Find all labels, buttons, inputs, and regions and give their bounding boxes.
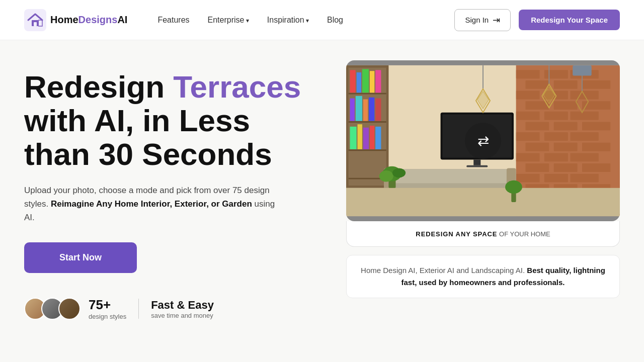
svg-rect-67 (370, 126, 374, 149)
quality-strip: Home Design AI, Exterior AI and Landscap… (346, 255, 620, 298)
stat-label: design styles (89, 313, 126, 320)
navbar: HomeDesignsAI Features Enterprise Inspir… (0, 0, 644, 40)
svg-rect-29 (582, 143, 610, 151)
stat-fast-name: Fast & Easy (151, 299, 214, 312)
svg-rect-61 (363, 99, 368, 121)
svg-rect-6 (516, 70, 540, 78)
svg-rect-21 (525, 122, 549, 130)
svg-rect-28 (554, 143, 578, 151)
svg-point-83 (505, 180, 522, 194)
hero-right: ⇄ REDESIGN ANY SPACE OF YOUR HOME Home D… (346, 60, 620, 298)
shuffle-icon: ⇄ (477, 133, 489, 149)
start-now-button[interactable]: Start Now (24, 242, 137, 273)
svg-rect-71 (473, 160, 480, 165)
svg-rect-38 (571, 174, 599, 183)
hero-left: Redesign Terraces with AI, in Lessthan 3… (24, 60, 316, 320)
hero-desc-bold: Reimagine Any Home Interior, Exterior, o… (51, 199, 252, 209)
nav-link-inspiration[interactable]: Inspiration (267, 16, 309, 24)
svg-rect-68 (375, 127, 381, 149)
svg-rect-35 (582, 163, 610, 172)
nav-link-features[interactable]: Features (157, 16, 189, 24)
quality-plain: Home Design AI, Exterior AI and Landscap… (361, 266, 527, 275)
signin-label: Sign In (465, 16, 489, 24)
svg-rect-2 (34, 22, 37, 26)
svg-rect-62 (369, 98, 374, 121)
nav-links: Features Enterprise Inspiration Blog (157, 16, 343, 25)
svg-rect-58 (375, 70, 381, 93)
svg-rect-92 (573, 65, 592, 76)
hero-section: Redesign Terraces with AI, in Lessthan 3… (0, 40, 644, 330)
svg-rect-54 (350, 70, 356, 93)
nav-item-features[interactable]: Features (157, 16, 189, 25)
nav-item-blog[interactable]: Blog (327, 16, 343, 25)
logo[interactable]: HomeDesignsAI (24, 9, 127, 31)
svg-rect-30 (516, 153, 540, 161)
hero-title-rest: with AI, in Lessthan 30 Seconds (24, 103, 272, 171)
svg-rect-22 (554, 122, 578, 130)
signin-button[interactable]: Sign In ⇥ (454, 9, 511, 31)
svg-rect-33 (525, 163, 549, 172)
logo-text: HomeDesignsAI (50, 14, 127, 26)
svg-rect-64 (350, 127, 357, 149)
svg-rect-7 (544, 70, 568, 78)
stat-number: 75+ (89, 297, 126, 313)
cta-button[interactable]: Redesign Your Space (519, 10, 620, 30)
hero-title-highlight: Terraces (173, 69, 301, 104)
hero-title-plain: Redesign (24, 69, 173, 104)
svg-rect-26 (571, 132, 599, 141)
room-caption: REDESIGN ANY SPACE OF YOUR HOME (346, 221, 620, 247)
svg-rect-18 (516, 112, 540, 120)
svg-rect-55 (357, 72, 361, 93)
svg-rect-36 (516, 174, 540, 183)
svg-rect-27 (525, 143, 549, 151)
svg-point-81 (392, 168, 406, 177)
svg-rect-11 (582, 80, 610, 89)
svg-rect-31 (544, 153, 568, 161)
svg-rect-63 (375, 99, 381, 121)
svg-rect-66 (363, 128, 369, 149)
svg-rect-9 (525, 80, 549, 89)
svg-rect-34 (554, 163, 578, 172)
svg-rect-59 (350, 99, 355, 121)
stat-fast-easy: Fast & Easy save time and money (151, 299, 214, 319)
user-avatars (24, 298, 80, 320)
hero-description: Upload your photo, choose a mode and pic… (24, 184, 276, 225)
svg-rect-57 (370, 71, 374, 93)
logo-icon (24, 9, 46, 31)
shuffle-button[interactable]: ⇄ (465, 123, 501, 159)
svg-rect-24 (516, 132, 540, 141)
svg-rect-19 (544, 112, 568, 120)
svg-rect-16 (554, 101, 578, 110)
nav-link-blog[interactable]: Blog (327, 16, 343, 24)
stat-divider (138, 299, 139, 319)
svg-rect-56 (362, 69, 369, 93)
room-caption-bold: REDESIGN ANY SPACE (416, 230, 497, 238)
svg-rect-77 (346, 188, 620, 216)
signin-icon: ⇥ (493, 15, 500, 26)
room-image: ⇄ (346, 60, 620, 221)
svg-rect-10 (554, 80, 578, 89)
nav-link-enterprise[interactable]: Enterprise (208, 16, 249, 24)
svg-rect-12 (516, 91, 540, 100)
stat-design-styles: 75+ design styles (89, 297, 126, 320)
svg-rect-25 (544, 132, 568, 141)
avatar-3 (58, 298, 80, 320)
svg-rect-20 (571, 112, 599, 120)
svg-rect-60 (356, 96, 362, 121)
svg-rect-65 (358, 124, 362, 149)
nav-item-inspiration[interactable]: Inspiration (267, 16, 309, 25)
stats-row: 75+ design styles Fast & Easy save time … (24, 297, 316, 320)
stat-fast-sub: save time and money (151, 312, 214, 319)
svg-rect-37 (544, 174, 568, 183)
nav-item-enterprise[interactable]: Enterprise (208, 16, 249, 25)
svg-point-80 (379, 170, 393, 182)
svg-rect-23 (582, 122, 610, 130)
svg-rect-72 (466, 165, 488, 167)
svg-rect-32 (571, 153, 599, 161)
room-caption-rest: OF YOUR HOME (497, 230, 550, 238)
hero-title: Redesign Terraces with AI, in Lessthan 3… (24, 70, 316, 171)
